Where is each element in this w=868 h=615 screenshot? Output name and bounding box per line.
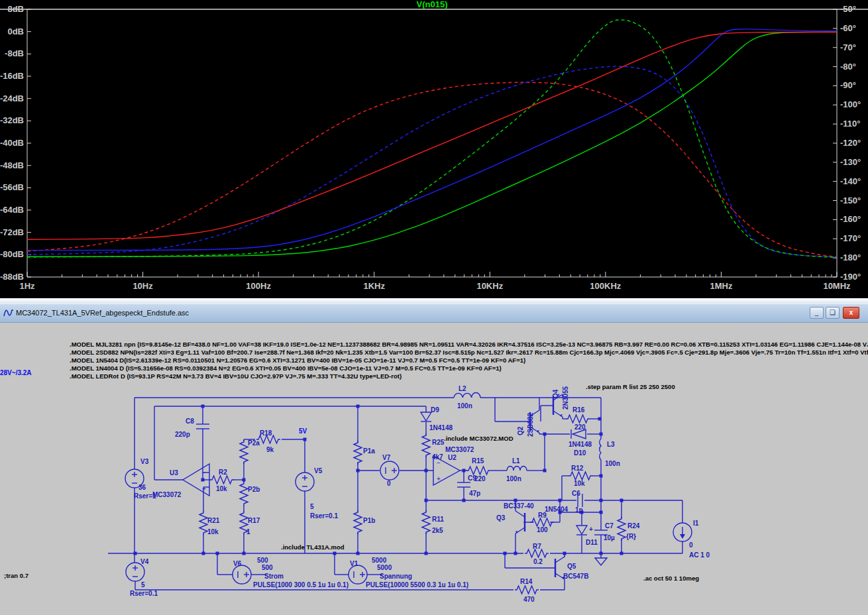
- component-label[interactable]: V5: [314, 467, 323, 475]
- capacitor-C8[interactable]: [196, 424, 209, 429]
- component-label[interactable]: AC 1 0: [689, 551, 710, 559]
- component-label[interactable]: U2: [448, 454, 457, 461]
- component-label[interactable]: Q4: [552, 389, 559, 398]
- resistor-R21[interactable]: [199, 511, 207, 535]
- component-label[interactable]: 0: [387, 480, 391, 487]
- component-label[interactable]: L1: [512, 457, 520, 465]
- component-label[interactable]: V1: [350, 560, 358, 567]
- component-label[interactable]: 47p: [469, 490, 480, 497]
- capacitor-C9[interactable]: [457, 482, 470, 487]
- component-label[interactable]: Q3: [496, 514, 506, 522]
- component-label[interactable]: L2: [459, 385, 466, 392]
- component-label[interactable]: 1N4148: [569, 441, 592, 448]
- voltage-source-V5[interactable]: [296, 473, 314, 491]
- component-label[interactable]: 1N5404: [545, 506, 568, 513]
- component-label[interactable]: U3: [170, 469, 178, 476]
- component-label[interactable]: R12: [571, 465, 584, 472]
- schematic-pane[interactable]: −+−+.MODEL MJL3281 npn (IS=9.8145e-12 BF…: [0, 323, 868, 615]
- component-label[interactable]: 2SD882: [527, 412, 534, 437]
- waveform-pane[interactable]: V(n015)8dB0dB-8dB-16dB-24dB-32dB-40dB-48…: [0, 0, 868, 298]
- component-label[interactable]: P1a: [363, 447, 375, 455]
- component-label[interactable]: 10k: [574, 480, 585, 487]
- close-button[interactable]: x: [843, 307, 859, 319]
- component-label[interactable]: 28V~/3.2A: [0, 369, 32, 376]
- resistor-P1a[interactable]: [354, 441, 362, 465]
- component-label[interactable]: C6: [572, 490, 580, 497]
- inductor-L3[interactable]: [600, 439, 601, 460]
- component-label[interactable]: 5: [141, 581, 145, 588]
- spice-directive[interactable]: .include TL431A.mod: [281, 543, 345, 551]
- component-label[interactable]: PULSE(1000 300 0.5 1u 1u 0.1): [253, 581, 349, 588]
- inductor-L2[interactable]: [454, 393, 480, 398]
- spice-directive[interactable]: .MODEL 1N4004 D (IS=5.31656e-08 RS=0.039…: [70, 364, 502, 372]
- component-label[interactable]: PULSE(10000 5500 0.3 1u 1u 0.1): [366, 581, 468, 588]
- spice-directive[interactable]: .include MC33072.MOD: [444, 435, 514, 442]
- component-label[interactable]: R17: [248, 517, 260, 524]
- resistor-R14[interactable]: [515, 586, 539, 594]
- component-label[interactable]: 500: [257, 557, 268, 564]
- component-label[interactable]: Q5: [567, 563, 576, 570]
- component-label[interactable]: Q2: [517, 426, 524, 435]
- inductor-L1[interactable]: [507, 467, 527, 471]
- component-label[interactable]: R15: [472, 457, 484, 465]
- component-label[interactable]: 100n: [506, 475, 521, 482]
- component-label[interactable]: D9: [431, 406, 439, 414]
- diode-D11[interactable]: [576, 526, 587, 535]
- component-label[interactable]: Spannung: [380, 573, 412, 580]
- component-label[interactable]: 0.2: [533, 558, 543, 565]
- component-label[interactable]: Rser=0.1: [130, 590, 158, 597]
- voltage-source-V7[interactable]: [380, 461, 399, 480]
- resistor-P2b[interactable]: [240, 482, 248, 506]
- spice-directive[interactable]: ;tran 0.7: [4, 572, 28, 579]
- component-label[interactable]: R16: [572, 406, 585, 414]
- component-label[interactable]: 5V: [299, 427, 307, 435]
- spice-directive[interactable]: .step param R list 25 250 2500: [586, 383, 675, 390]
- component-label[interactable]: C8: [186, 418, 194, 425]
- component-label[interactable]: R25: [432, 439, 445, 446]
- resistor-R12[interactable]: [569, 472, 592, 480]
- resistor-R11[interactable]: [422, 510, 430, 534]
- restore-button[interactable]: ❏: [826, 307, 840, 319]
- component-label[interactable]: Strom: [264, 573, 284, 580]
- component-label[interactable]: R11: [432, 516, 444, 523]
- spice-directive[interactable]: .MODEL 2SD882 NPN(Is=282f Xti=3 Eg=1.11 …: [70, 349, 868, 356]
- schematic-window-titlebar[interactable]: MC34072_TL431A_5VRef_abgespeckt_Endstufe…: [0, 304, 868, 323]
- component-label[interactable]: R2: [219, 469, 227, 476]
- component-label[interactable]: 100: [537, 526, 548, 533]
- resistor-R7[interactable]: [525, 549, 549, 557]
- component-label[interactable]: 100n: [457, 402, 472, 410]
- component-label[interactable]: BC547B: [563, 573, 588, 580]
- transistor-Q3[interactable]: [515, 511, 525, 533]
- diode-D10[interactable]: [571, 429, 586, 439]
- component-label[interactable]: 10µ: [604, 534, 615, 541]
- spice-directive[interactable]: .ac oct 50 1 10meg: [643, 575, 699, 582]
- component-label[interactable]: MC33072: [152, 491, 182, 498]
- component-label[interactable]: C9: [468, 475, 476, 482]
- component-label[interactable]: 1p: [575, 506, 583, 514]
- resistor-P2a[interactable]: [240, 440, 248, 464]
- component-label[interactable]: R18: [260, 429, 272, 437]
- component-label[interactable]: BC337-40: [504, 502, 534, 510]
- component-label[interactable]: 220p: [175, 431, 190, 438]
- component-label[interactable]: I1: [693, 520, 699, 527]
- component-label[interactable]: 9k: [266, 446, 274, 453]
- component-label[interactable]: 5: [310, 503, 314, 510]
- component-label[interactable]: P1b: [363, 517, 375, 524]
- component-label[interactable]: {R}: [626, 533, 636, 540]
- component-label[interactable]: 2N3055: [562, 386, 569, 410]
- component-label[interactable]: D10: [574, 449, 586, 457]
- component-label[interactable]: R14: [520, 578, 533, 585]
- component-label[interactable]: Rser=0.1: [310, 512, 338, 520]
- component-label[interactable]: 10k: [216, 485, 227, 492]
- resistor-P1b[interactable]: [354, 510, 362, 534]
- component-label[interactable]: 5000: [377, 564, 392, 571]
- component-label[interactable]: 10k: [207, 528, 219, 535]
- component-label[interactable]: 220: [574, 423, 586, 431]
- diode-D9[interactable]: [421, 412, 431, 421]
- component-label[interactable]: V7: [382, 454, 391, 461]
- current-source-I1[interactable]: [673, 523, 692, 541]
- component-label[interactable]: 36: [138, 484, 146, 491]
- spice-directive[interactable]: .MODEL LEDRot D (IS=93.1P RS=42M N=3.73 …: [70, 372, 402, 380]
- minimize-button[interactable]: _: [810, 307, 824, 319]
- component-label[interactable]: R21: [207, 517, 220, 524]
